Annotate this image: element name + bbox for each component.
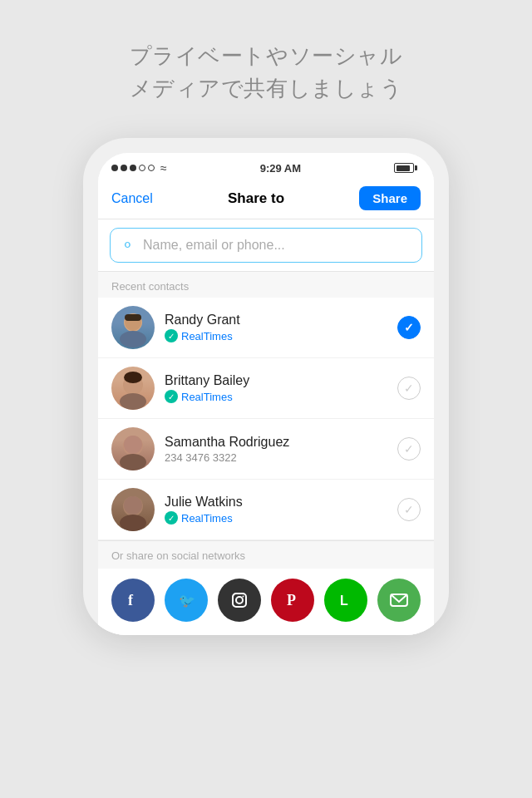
realtimes-icon: ✓ xyxy=(165,511,178,525)
svg-text:🐦: 🐦 xyxy=(179,593,195,608)
contact-row[interactable]: Brittany Bailey✓RealTimes✓ xyxy=(98,358,434,419)
svg-point-9 xyxy=(120,454,146,470)
social-sms-button[interactable] xyxy=(377,579,421,622)
svg-point-17 xyxy=(236,597,243,603)
contacts-list: Randy Grant✓RealTimes✓ Brittany Bailey✓R… xyxy=(98,298,434,540)
contact-info: Randy Grant✓RealTimes xyxy=(165,313,397,342)
checkmark-empty-icon: ✓ xyxy=(404,442,414,456)
contact-realtimes-label: RealTimes xyxy=(181,330,233,342)
contact-sub: ✓RealTimes xyxy=(165,329,397,342)
status-bar: ≈ 9:29 AM xyxy=(98,153,434,180)
search-box[interactable]: ⚬ Name, email or phone... xyxy=(110,228,422,263)
signal-dot-3 xyxy=(130,165,136,171)
promo-line1: プライベートやソーシャル xyxy=(130,40,402,72)
promo-line2: メディアで共有しましょう xyxy=(130,72,402,105)
phone-mockup: ≈ 9:29 AM Cancel Share to Share ⚬ Name, … xyxy=(83,138,449,635)
contact-info: Brittany Bailey✓RealTimes xyxy=(165,373,397,403)
social-twitter-button[interactable]: 🐦 xyxy=(165,579,208,622)
contact-check[interactable]: ✓ xyxy=(397,377,421,400)
promo-text: プライベートやソーシャル メディアで共有しましょう xyxy=(130,40,402,105)
nav-title: Share to xyxy=(228,190,284,207)
avatar xyxy=(111,427,155,470)
nav-bar: Cancel Share to Share xyxy=(98,180,434,219)
contact-row[interactable]: Julie Watkins✓RealTimes✓ xyxy=(98,480,434,540)
svg-text:P: P xyxy=(287,592,296,608)
contact-sub: ✓RealTimes xyxy=(165,390,397,403)
contact-row[interactable]: Samantha Rodriguez234 3476 3322✓ xyxy=(98,419,434,480)
social-facebook-button[interactable]: f xyxy=(111,579,155,622)
contact-check[interactable]: ✓ xyxy=(397,316,421,339)
person-icon: ⚬ xyxy=(121,235,135,255)
svg-point-18 xyxy=(243,596,244,598)
contact-phone: 234 3476 3322 xyxy=(165,451,237,464)
contact-row[interactable]: Randy Grant✓RealTimes✓ xyxy=(98,298,434,358)
contact-check[interactable]: ✓ xyxy=(397,437,421,461)
svg-text:f: f xyxy=(128,592,134,608)
contact-sub: 234 3476 3322 xyxy=(165,451,397,464)
signal-dot-4 xyxy=(139,165,145,171)
contact-realtimes-label: RealTimes xyxy=(181,512,233,525)
wifi-icon: ≈ xyxy=(160,161,167,175)
signal-dot-1 xyxy=(111,165,118,171)
social-buttons-row: f🐦PL xyxy=(98,569,434,635)
avatar xyxy=(111,306,155,349)
realtimes-icon: ✓ xyxy=(165,329,178,342)
contact-name: Samantha Rodriguez xyxy=(165,435,397,450)
social-pinterest-button[interactable]: P xyxy=(271,579,314,622)
signal-dot-2 xyxy=(121,165,127,171)
signal-dots: ≈ xyxy=(111,161,167,175)
search-section: ⚬ Name, email or phone... xyxy=(98,219,434,272)
contact-realtimes-label: RealTimes xyxy=(181,391,233,403)
signal-dot-5 xyxy=(148,165,155,171)
phone-screen: ≈ 9:29 AM Cancel Share to Share ⚬ Name, … xyxy=(98,153,434,635)
contact-info: Julie Watkins✓RealTimes xyxy=(165,495,397,525)
share-button[interactable]: Share xyxy=(359,186,421,210)
svg-point-10 xyxy=(124,436,142,454)
contact-name: Randy Grant xyxy=(165,313,397,328)
svg-point-13 xyxy=(124,496,142,515)
cancel-button[interactable]: Cancel xyxy=(111,191,153,206)
svg-point-7 xyxy=(124,372,142,383)
battery-icon xyxy=(394,163,417,173)
contact-name: Brittany Bailey xyxy=(165,373,397,388)
svg-point-1 xyxy=(120,331,146,347)
status-time: 9:29 AM xyxy=(260,162,301,175)
social-label: Or share on social networks xyxy=(98,540,434,569)
svg-rect-16 xyxy=(233,594,246,607)
checkmark-icon: ✓ xyxy=(404,321,414,334)
svg-point-12 xyxy=(120,515,146,531)
svg-text:L: L xyxy=(340,594,348,608)
avatar xyxy=(111,488,155,531)
realtimes-icon: ✓ xyxy=(165,390,178,403)
recent-contacts-label: Recent contacts xyxy=(98,272,434,298)
avatar xyxy=(111,367,155,410)
svg-rect-3 xyxy=(125,314,141,321)
checkmark-empty-icon: ✓ xyxy=(404,503,414,516)
contact-check[interactable]: ✓ xyxy=(397,498,421,521)
search-placeholder[interactable]: Name, email or phone... xyxy=(143,238,285,253)
contact-sub: ✓RealTimes xyxy=(165,511,397,525)
svg-point-5 xyxy=(120,393,146,410)
contact-name: Julie Watkins xyxy=(165,495,397,510)
social-instagram-button[interactable] xyxy=(218,579,261,622)
checkmark-empty-icon: ✓ xyxy=(404,382,414,395)
contact-info: Samantha Rodriguez234 3476 3322 xyxy=(165,435,397,464)
social-line-button[interactable]: L xyxy=(324,579,367,622)
